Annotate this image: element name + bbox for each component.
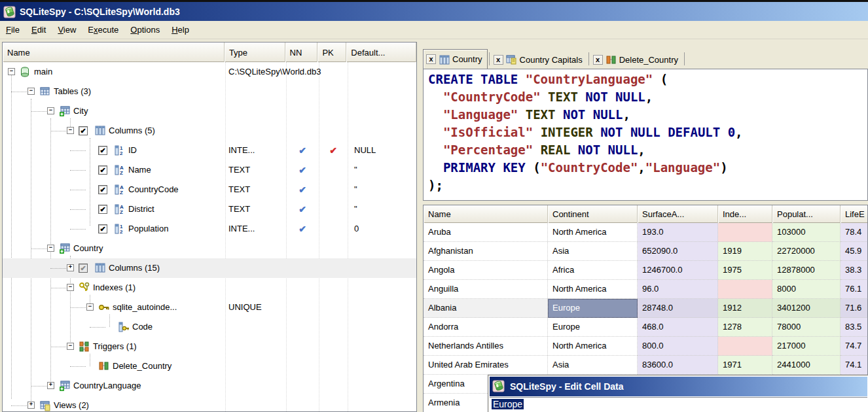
grid-cell[interactable]: 1919: [718, 242, 772, 261]
grid-cell[interactable]: 74.1: [841, 356, 868, 375]
grid-cell[interactable]: 12878000: [772, 261, 841, 280]
tree-row-delete_country[interactable]: Delete_Country: [3, 356, 416, 376]
tab-country[interactable]: xCountry: [423, 49, 488, 69]
grid-cell[interactable]: [718, 337, 772, 356]
tree-row-city[interactable]: −City: [3, 101, 416, 121]
tree-row-district[interactable]: ✔AZDistrictTEXT✔": [3, 199, 416, 219]
tree-row-code[interactable]: Code: [3, 317, 416, 337]
grid-header-inde[interactable]: Inde...: [718, 205, 772, 223]
grid-cell[interactable]: United Arab Emirates: [424, 356, 548, 375]
grid-cell[interactable]: 217000: [772, 337, 841, 356]
tree-checkbox[interactable]: ✔: [79, 264, 88, 273]
grid-cell[interactable]: 1975: [718, 261, 772, 280]
grid-header-populat[interactable]: Populat...: [772, 205, 841, 223]
collapse-icon[interactable]: −: [47, 107, 54, 114]
grid-cell[interactable]: 1278: [718, 318, 772, 337]
collapse-icon[interactable]: −: [8, 68, 15, 75]
tree-checkbox[interactable]: ✔: [79, 126, 88, 135]
grid-cell[interactable]: 3401200: [772, 299, 841, 318]
menu-execute[interactable]: Execute: [82, 22, 124, 37]
grid-cell[interactable]: Asia: [548, 242, 638, 261]
tree-row-country[interactable]: −Country: [3, 239, 416, 258]
menu-file[interactable]: File: [0, 22, 26, 37]
menu-view[interactable]: View: [52, 22, 82, 37]
tree-checkbox[interactable]: ✔: [98, 146, 107, 155]
grid-cell[interactable]: 1912: [718, 299, 772, 318]
tree-header-type[interactable]: Type: [225, 43, 285, 62]
panel-splitter[interactable]: [417, 39, 423, 412]
grid-header-continent[interactable]: Continent: [548, 205, 638, 223]
grid-cell[interactable]: 96.0: [638, 280, 718, 299]
grid-cell[interactable]: 45.9: [841, 242, 868, 261]
cell-data-editor[interactable]: Europe: [490, 397, 867, 412]
grid-cell[interactable]: 193.0: [638, 223, 718, 242]
grid-header-surfacea[interactable]: SurfaceA...: [638, 205, 718, 223]
tree-row-id[interactable]: ✔12IDINTE...✔✔NULL: [3, 141, 416, 160]
collapse-icon[interactable]: −: [27, 88, 35, 95]
tab-delete_country[interactable]: xDelete_Country: [590, 50, 683, 69]
tree-header-pk[interactable]: PK: [317, 43, 346, 62]
collapse-icon[interactable]: −: [67, 284, 74, 291]
grid-cell[interactable]: Europe: [548, 318, 638, 337]
grid-cell[interactable]: 28748.0: [638, 299, 718, 318]
tree-row-views-2[interactable]: +Views (2): [3, 396, 416, 412]
tab-close-icon[interactable]: x: [494, 55, 503, 65]
grid-cell[interactable]: Asia: [548, 356, 638, 375]
grid-cell[interactable]: 800.0: [638, 337, 718, 356]
grid-cell[interactable]: [718, 280, 772, 299]
grid-cell[interactable]: 8000: [772, 280, 841, 299]
grid-cell[interactable]: 74.7: [841, 337, 868, 356]
expand-icon[interactable]: +: [67, 264, 74, 271]
tree-row-countrylanguage[interactable]: +CountryLanguage: [3, 376, 416, 396]
tree-header-nn[interactable]: NN: [285, 43, 318, 62]
tree-row-triggers-1[interactable]: −Triggers (1): [3, 337, 416, 356]
grid-cell[interactable]: North America: [548, 337, 638, 356]
tree-row-main[interactable]: −mainC:\SQLiteSpy\World.db3: [3, 62, 416, 82]
tree-header-name[interactable]: Name: [3, 43, 225, 62]
tree-checkbox[interactable]: ✔: [98, 224, 107, 233]
tree-checkbox[interactable]: ✔: [98, 205, 107, 214]
tree-row-columns-15[interactable]: +✔Columns (15): [3, 258, 416, 278]
tree-row-sqlite_autoinde[interactable]: −sqlite_autoinde...UNIQUE: [3, 298, 416, 317]
tree-row-countrycode[interactable]: ✔AZCountryCodeTEXT✔": [3, 180, 416, 199]
grid-cell[interactable]: Aruba: [424, 223, 548, 242]
grid-cell[interactable]: 83.5: [841, 318, 868, 337]
tree-row-columns-5[interactable]: −✔Columns (5): [3, 121, 416, 141]
tree-header-default[interactable]: Default...: [346, 43, 416, 62]
expand-icon[interactable]: +: [27, 402, 35, 409]
grid-cell[interactable]: Albania: [424, 299, 548, 318]
grid-cell[interactable]: Andorra: [424, 318, 548, 337]
grid-cell[interactable]: 103000: [772, 223, 841, 242]
grid-cell-selected[interactable]: Europe: [548, 299, 638, 318]
tab-country-capitals[interactable]: xCountry Capitals: [491, 50, 587, 69]
grid-header-lifee[interactable]: LifeE: [841, 205, 868, 223]
menu-help[interactable]: Help: [166, 22, 195, 37]
grid-cell[interactable]: 1971: [718, 356, 772, 375]
grid-cell[interactable]: [718, 223, 772, 242]
grid-cell[interactable]: 22720000: [772, 242, 841, 261]
menu-options[interactable]: Options: [124, 22, 166, 37]
tab-close-icon[interactable]: x: [426, 54, 436, 64]
grid-cell[interactable]: Angola: [424, 261, 548, 280]
tree-row-indexes-1[interactable]: −Indexes (1): [3, 278, 416, 298]
collapse-icon[interactable]: −: [47, 245, 54, 252]
grid-cell[interactable]: Afghanistan: [424, 242, 548, 261]
tab-close-icon[interactable]: x: [593, 55, 603, 65]
grid-cell[interactable]: Netherlands Antilles: [424, 337, 548, 356]
grid-cell[interactable]: 1246700.0: [638, 261, 718, 280]
tree-row-population[interactable]: ✔12PopulationINTE...✔0: [3, 219, 416, 239]
grid-cell[interactable]: 78.4: [841, 223, 868, 242]
grid-cell[interactable]: 71.6: [841, 299, 868, 318]
grid-cell[interactable]: 652090.0: [638, 242, 718, 261]
tree-row-tables-3[interactable]: −Tables (3): [3, 82, 416, 101]
grid-cell[interactable]: North America: [548, 280, 638, 299]
menu-edit[interactable]: Edit: [26, 22, 52, 37]
collapse-icon[interactable]: −: [86, 303, 94, 311]
grid-cell[interactable]: 76.1: [841, 280, 868, 299]
grid-cell[interactable]: 83600.0: [638, 356, 718, 375]
tree-checkbox[interactable]: ✔: [98, 165, 107, 175]
sql-editor[interactable]: CREATE TABLE "CountryLanguage" ( "Countr…: [423, 69, 868, 201]
grid-cell[interactable]: 38.3: [841, 261, 868, 280]
collapse-icon[interactable]: −: [67, 127, 74, 134]
grid-cell[interactable]: North America: [548, 223, 638, 242]
